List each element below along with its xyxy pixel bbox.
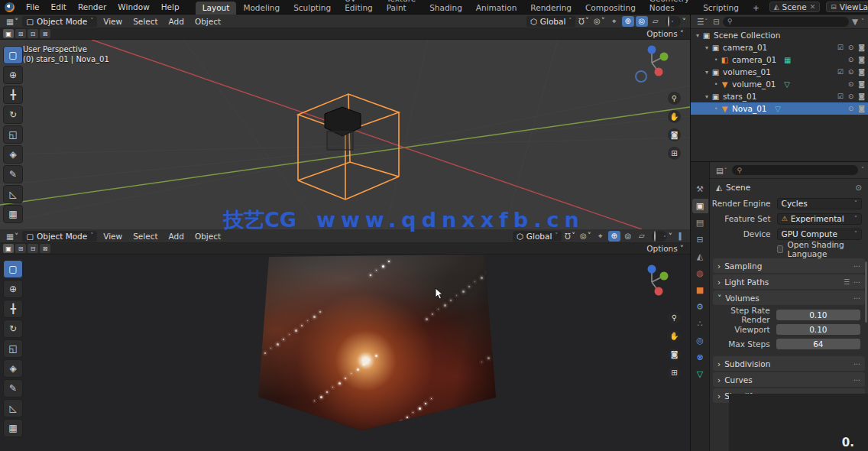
shading-solid-button[interactable] — [658, 235, 659, 237]
annotate-tool-button[interactable]: ✎ — [3, 165, 23, 183]
menu-file[interactable]: File — [21, 2, 45, 12]
shading-material-button[interactable] — [675, 21, 676, 22]
scale-tool-button[interactable]: ◱ — [3, 339, 23, 358]
properties-tab-output[interactable]: ▤ — [692, 216, 708, 230]
axis-z-handle[interactable] — [648, 265, 656, 274]
properties-tab-data[interactable]: ▽ — [692, 367, 708, 381]
workspace-tab-layout[interactable]: Layout — [196, 2, 237, 15]
disable-in-render-toggle[interactable]: ◙ — [858, 44, 865, 51]
visibility-dropdown-icon[interactable]: ⌖ — [608, 16, 620, 27]
visibility-dropdown-icon[interactable]: ⌖ — [594, 231, 607, 242]
disclosure-triangle-icon[interactable]: ▾ — [703, 93, 711, 100]
shading-wireframe-button[interactable] — [653, 231, 656, 242]
select-mode-extend-icon[interactable]: ⊞ — [15, 29, 26, 38]
workspace-tab-compositing[interactable]: Compositing — [578, 2, 643, 15]
zoom-view-icon[interactable]: ⚲ — [668, 311, 681, 324]
measure-tool-button[interactable]: ◺ — [3, 185, 23, 203]
step-rate-render-value[interactable]: 0.10 — [776, 310, 860, 320]
viewport-top-canvas[interactable]: User Perspective (0) stars_01 | Nova_01 … — [0, 40, 690, 229]
max-steps-value[interactable]: 64 — [776, 339, 860, 349]
pause-render-button[interactable]: ‖ — [674, 231, 686, 242]
proportional-editing-icon[interactable]: ◎˅ — [592, 16, 607, 27]
panel-header-subdivision[interactable]: ›Subdivision⋯ — [713, 356, 865, 371]
select-mode-intersect-icon[interactable]: ⊠ — [40, 244, 50, 253]
editor-type-icon[interactable]: ▦˅ — [4, 17, 21, 26]
rotate-tool-button[interactable]: ↻ — [3, 105, 23, 124]
properties-tab-render[interactable]: ▣ — [692, 199, 708, 213]
axis-y-handle[interactable] — [660, 272, 669, 281]
feature-set-select[interactable]: ⚠Experimental˅ — [777, 213, 862, 225]
select-mode-set-icon[interactable]: ▣ — [3, 244, 14, 253]
outliner-options-icon[interactable]: ˅ — [861, 18, 864, 25]
pan-hand-icon[interactable]: ✋ — [668, 329, 681, 342]
shading-rendered-button[interactable] — [678, 21, 679, 22]
hide-in-viewport-toggle[interactable]: ⊙ — [848, 80, 854, 88]
orientation-dropdown[interactable]: ⬡Global˅ — [513, 231, 562, 242]
outliner-editor-type-icon[interactable]: ☰˅ — [695, 17, 710, 26]
disclosure-triangle-icon[interactable]: ▾ — [703, 44, 711, 51]
device-select[interactable]: GPU Compute˅ — [777, 229, 862, 240]
workspace-tab-sculpting[interactable]: Sculpting — [287, 2, 338, 15]
navigation-gizmo[interactable] — [635, 44, 670, 83]
orientation-dropdown[interactable]: ⬡Global˅ — [526, 16, 576, 27]
snap-magnet-icon[interactable]: Ω˅ — [577, 16, 591, 27]
workspace-tab-animation[interactable]: Animation — [469, 2, 524, 15]
select-mode-intersect-icon[interactable]: ⊠ — [40, 29, 50, 38]
properties-tab-object[interactable]: ■ — [692, 283, 708, 297]
transform-tool-button[interactable]: ◈ — [3, 145, 23, 164]
annotate-tool-button[interactable]: ✎ — [3, 379, 23, 397]
select-mode-subtract-icon[interactable]: ⊟ — [28, 244, 38, 253]
panel-header-light-paths[interactable]: ›Light Paths☰⋯ — [713, 274, 865, 289]
viewport-menu-select[interactable]: Select — [128, 17, 162, 26]
outliner-row[interactable]: ▾▣stars_01☑⊙◙ — [691, 90, 868, 102]
properties-tab-world[interactable]: ◍ — [692, 266, 708, 281]
disable-in-render-toggle[interactable]: ◙ — [858, 80, 865, 88]
disable-in-render-toggle[interactable]: ◙ — [858, 68, 865, 76]
xray-toggle-icon[interactable]: ▱ — [636, 231, 648, 242]
display-mode-icon[interactable]: ⊟ — [713, 17, 720, 26]
navigation-gizmo-bottom[interactable] — [635, 262, 670, 300]
hide-in-viewport-toggle[interactable]: ⊙ — [848, 105, 854, 112]
pin-icon[interactable]: ⊙ — [855, 183, 862, 192]
cursor-tool-button[interactable]: ⊕ — [3, 66, 23, 84]
menu-edit[interactable]: Edit — [46, 2, 72, 12]
shading-material-button[interactable] — [661, 235, 662, 237]
axis-x-handle[interactable] — [655, 68, 663, 76]
menu-window[interactable]: Window — [112, 2, 154, 12]
overlays-toggle-icon[interactable]: ◎ — [636, 16, 648, 27]
properties-tab-physics[interactable]: ◎ — [692, 333, 708, 348]
zoom-view-icon[interactable]: ⚲ — [668, 92, 681, 105]
editor-type-icon[interactable]: ▦˅ — [4, 232, 21, 241]
workspace-tab-modeling[interactable]: Modeling — [236, 2, 287, 15]
axis-y-handle[interactable] — [660, 53, 669, 61]
properties-tab-view-layer[interactable]: ⊟ — [692, 232, 708, 247]
inner-wire-cube[interactable] — [327, 131, 353, 150]
filter-icon[interactable]: ▼ — [852, 17, 858, 26]
select-mode-extend-icon[interactable]: ⊞ — [15, 244, 26, 253]
hide-in-viewport-toggle[interactable]: ⊙ — [848, 68, 854, 76]
viewport-menu-object[interactable]: Object — [190, 232, 225, 241]
view-layer-selector[interactable]: ⊟ ViewLayer ▣ — [826, 2, 868, 12]
outliner-row[interactable]: •▼volume_01▽⊙◙ — [691, 78, 868, 90]
outliner-row[interactable]: •◧camera_01▦⊙◙ — [691, 54, 868, 66]
menu-render[interactable]: Render — [73, 2, 112, 12]
exclude-checkbox-toggle[interactable]: ☑ — [837, 44, 844, 51]
mode-dropdown[interactable]: ▢Object Mode˅ — [22, 16, 97, 27]
exclude-checkbox-toggle[interactable]: ☑ — [837, 68, 844, 76]
transform-tool-button[interactable]: ◈ — [3, 359, 23, 378]
exclude-checkbox-toggle[interactable]: ☑ — [837, 92, 844, 100]
properties-search-input[interactable]: ⚲ — [732, 165, 858, 175]
shading-solid-button[interactable] — [672, 21, 673, 22]
hide-in-viewport-toggle[interactable]: ⊙ — [848, 44, 854, 51]
properties-tab-particles[interactable]: ∴ — [692, 316, 708, 331]
disable-in-render-toggle[interactable]: ◙ — [858, 92, 865, 100]
workspace-tab-rendering[interactable]: Rendering — [523, 2, 578, 15]
gizmos-toggle-icon[interactable]: ⊕ — [608, 231, 620, 242]
workspace-tab-texture-paint[interactable]: Texture Paint — [380, 0, 423, 15]
perspective-toggle-icon[interactable]: ⊞ — [668, 366, 681, 379]
move-tool-button[interactable]: ╋ — [3, 86, 23, 104]
properties-options-icon[interactable]: ˅ — [861, 167, 864, 174]
select-box-tool-button[interactable]: ▢ — [3, 260, 23, 278]
select-mode-subtract-icon[interactable]: ⊟ — [28, 29, 38, 38]
tool-options-dropdown[interactable]: Options˅ — [646, 29, 687, 38]
